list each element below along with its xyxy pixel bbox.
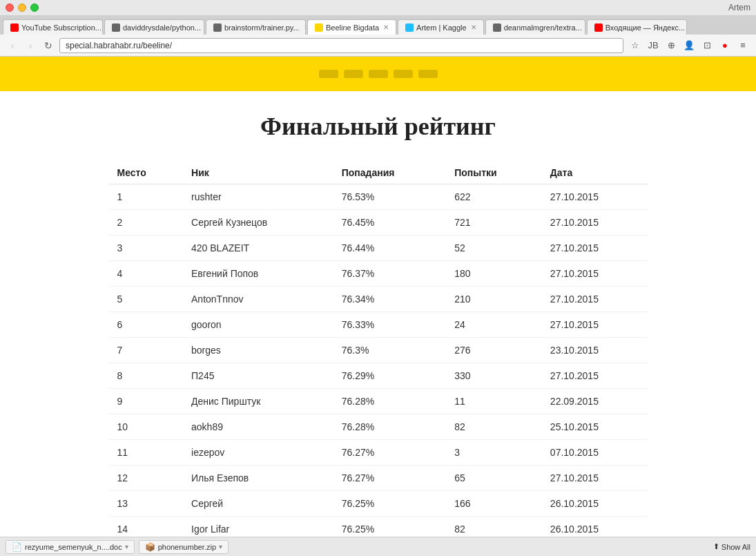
- tab-label: Входящие — Яндекс...: [605, 23, 685, 32]
- back-button[interactable]: ‹: [6, 39, 19, 52]
- cell-score: 76.27%: [333, 440, 446, 466]
- cell-date: 25.10.2015: [542, 414, 648, 440]
- cell-date: 23.10.2015: [542, 338, 648, 363]
- page-title: Финальный рейтинг: [28, 112, 728, 141]
- header-button-1[interactable]: [319, 70, 338, 78]
- tab-close-icon[interactable]: ✕: [471, 23, 476, 31]
- tab-brainstorm[interactable]: brainstorm/trainer.py... ✕: [206, 19, 306, 35]
- cell-date: 27.10.2015: [542, 466, 648, 491]
- col-header-date: Дата: [542, 162, 648, 184]
- reload-button[interactable]: ↻: [41, 39, 55, 52]
- cell-attempts: 52: [446, 236, 542, 261]
- tab-favicon: [405, 23, 414, 32]
- header-button-2[interactable]: [344, 70, 363, 78]
- download-filename-doc: rezyume_semenyuk_n....doc: [25, 543, 122, 551]
- address-bar[interactable]: [59, 38, 623, 53]
- maximize-button[interactable]: [30, 3, 39, 12]
- tab-youtube[interactable]: YouTube Subscription... ✕: [3, 19, 103, 35]
- cell-rank: 7: [109, 338, 184, 363]
- download-bar: 📄 rezyume_semenyuk_n....doc ▾ 📦 phonenum…: [0, 537, 756, 556]
- tab-deanmalmgren[interactable]: deanmalmgren/textra... ✕: [485, 19, 585, 35]
- download-arrow-icon[interactable]: ▾: [219, 543, 222, 550]
- notification-icon[interactable]: ●: [717, 38, 733, 53]
- minimize-button[interactable]: [18, 3, 26, 12]
- tab-favicon: [213, 23, 222, 32]
- cell-attempts: 65: [446, 466, 542, 491]
- download-arrow-icon[interactable]: ▾: [125, 543, 128, 550]
- cell-score: 76.28%: [333, 389, 446, 414]
- col-header-attempts: Попытки: [446, 162, 542, 184]
- cell-score: 76.37%: [333, 261, 446, 287]
- cell-date: 27.10.2015: [542, 236, 648, 261]
- table-row: 3420 BLAZEIT76.44%5227.10.2015: [109, 236, 648, 261]
- close-button[interactable]: [6, 3, 14, 12]
- show-all-icon: ⬆: [713, 542, 719, 551]
- main-content: Финальный рейтинг Место Ник Попадания По…: [0, 91, 756, 537]
- table-row: 13Сергей76.25%16626.10.2015: [109, 491, 648, 517]
- tab-label: YouTube Subscription...: [21, 23, 101, 32]
- cast-icon[interactable]: ⊡: [699, 38, 715, 53]
- header-button-3[interactable]: [369, 70, 388, 78]
- cell-date: 27.10.2015: [542, 184, 648, 210]
- cell-nick: aokh89: [183, 414, 333, 440]
- cell-attempts: 82: [446, 414, 542, 440]
- cell-score: 76.25%: [333, 491, 446, 517]
- star-icon[interactable]: ☆: [628, 38, 643, 53]
- cell-rank: 13: [109, 491, 184, 517]
- cell-attempts: 721: [446, 210, 542, 236]
- cell-score: 76.53%: [333, 184, 446, 210]
- col-header-nick: Ник: [183, 162, 333, 184]
- tab-label: Artem | Kaggle: [416, 23, 467, 32]
- cell-attempts: 210: [446, 287, 542, 312]
- cell-score: 76.28%: [333, 414, 446, 440]
- forward-button[interactable]: ›: [23, 39, 37, 52]
- cell-date: 27.10.2015: [542, 312, 648, 338]
- tab-close-icon[interactable]: ✕: [304, 23, 306, 31]
- download-item-zip[interactable]: 📦 phonenumber.zip ▾: [139, 540, 229, 554]
- browser-action-icons: ☆ JB ⊕ 👤 ⊡ ● ≡: [628, 38, 750, 53]
- browser-tab-bar: YouTube Subscription... ✕ daviddrysdale/…: [0, 15, 756, 35]
- cell-attempts: 11: [446, 389, 542, 414]
- table-row: 4Евгений Попов76.37%18027.10.2015: [109, 261, 648, 287]
- cell-attempts: 24: [446, 312, 542, 338]
- cell-score: 76.34%: [333, 287, 446, 312]
- leaderboard-table: Место Ник Попадания Попытки Дата 1rushte…: [109, 162, 648, 537]
- show-all-button[interactable]: ⬆ Show All: [713, 542, 750, 551]
- cell-rank: 1: [109, 184, 184, 210]
- tab-favicon: [112, 23, 120, 32]
- cell-nick: Сергей: [183, 491, 333, 517]
- tab-kaggle[interactable]: Artem | Kaggle ✕: [398, 19, 484, 35]
- cell-rank: 2: [109, 210, 184, 236]
- cell-attempts: 82: [446, 517, 542, 537]
- cell-date: 22.09.2015: [542, 389, 648, 414]
- menu-icon[interactable]: ≡: [735, 38, 750, 53]
- tab-label: Beeline Bigdata: [326, 23, 379, 32]
- cell-rank: 3: [109, 236, 184, 261]
- cell-rank: 9: [109, 389, 184, 414]
- cell-nick: AntonTnnov: [183, 287, 333, 312]
- cell-date: 27.10.2015: [542, 287, 648, 312]
- tab-daviddrysdale[interactable]: daviddrysdale/python... ✕: [104, 19, 204, 35]
- cell-score: 76.33%: [333, 312, 446, 338]
- profile-icon[interactable]: 👤: [681, 38, 697, 53]
- tab-favicon: [594, 23, 603, 32]
- tab-yandex[interactable]: Входящие — Яндекс... ✕: [587, 19, 687, 35]
- tab-close-icon[interactable]: ✕: [383, 23, 389, 31]
- window-user-label: Artem: [728, 3, 750, 12]
- header-button-5[interactable]: [418, 70, 438, 78]
- table-row: 7borges76.3%27623.10.2015: [109, 338, 648, 363]
- cell-nick: Евгений Попов: [183, 261, 333, 287]
- tab-beeline-bigdata[interactable]: Beeline Bigdata ✕: [307, 19, 396, 35]
- table-row: 1rushter76.53%62227.10.2015: [109, 184, 648, 210]
- cell-rank: 5: [109, 287, 184, 312]
- cell-date: 26.10.2015: [542, 517, 648, 537]
- download-item-doc[interactable]: 📄 rezyume_semenyuk_n....doc ▾: [6, 540, 135, 554]
- extension2-icon[interactable]: ⊕: [663, 38, 679, 53]
- header-button-4[interactable]: [394, 70, 413, 78]
- zip-icon: 📦: [145, 542, 155, 552]
- download-filename-zip: phonenumber.zip: [158, 543, 216, 551]
- cell-rank: 14: [109, 517, 184, 537]
- extension-icon[interactable]: JB: [646, 38, 661, 53]
- table-header-row: Место Ник Попадания Попытки Дата: [109, 162, 648, 184]
- table-row: 10aokh8976.28%8225.10.2015: [109, 414, 648, 440]
